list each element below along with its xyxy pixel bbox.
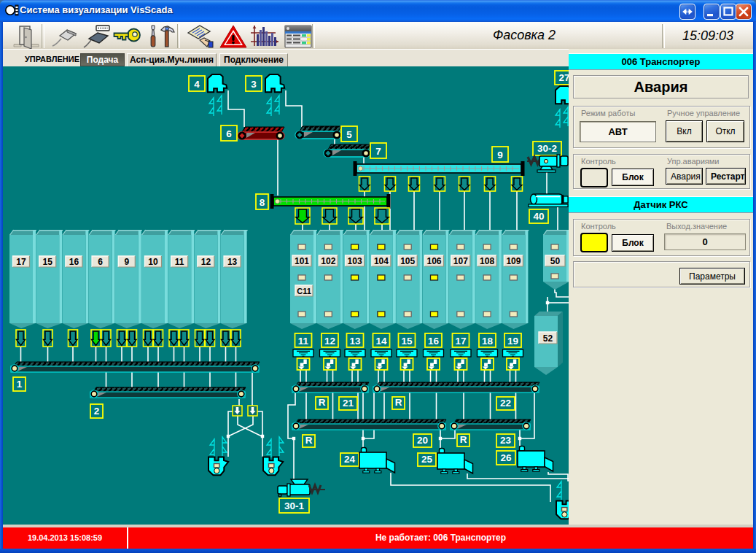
conveyor-7[interactable] [324,144,370,158]
svg-text:16: 16 [428,336,440,347]
alarm-button[interactable]: Авария [666,168,703,185]
white-flow-arrow[interactable] [233,406,242,416]
svg-text:4: 4 [194,79,200,90]
svg-text:13: 13 [349,336,361,347]
clock: 15:09:03 [665,28,751,44]
svg-text:2: 2 [94,406,100,417]
area-label: Фасовка 2 [440,28,608,43]
minimize-button[interactable] [704,4,720,20]
mode-value-box: АВТ [580,121,656,142]
svg-text:5: 5 [346,129,352,140]
sensor-block-button[interactable]: Блок [612,234,654,252]
alarm-state-box: Авария [573,75,749,98]
conveyor-2[interactable] [90,387,246,398]
svg-text:R: R [305,435,313,446]
block-button[interactable]: Блок [612,169,654,186]
tab-bar: УПРАВЛЕНИЕ Подача Асп-ция.Муч.линия Подк… [3,49,569,67]
svg-text:21: 21 [343,398,354,409]
data-table-icon[interactable] [283,24,313,49]
close-button[interactable] [736,4,752,20]
app-window: Система визуализации VisScada [0,0,756,553]
svg-text:1: 1 [17,379,23,390]
outlet-hopper[interactable] [556,501,569,519]
toolbar-separator [312,24,315,48]
svg-text:26: 26 [500,452,512,463]
window-border-left [0,22,3,549]
resize-button[interactable] [679,4,695,20]
tab-podacha[interactable]: Подача [80,53,125,66]
conveyor-22[interactable] [373,382,539,392]
svg-text:R: R [319,397,326,408]
toolbar: Фасовка 2 15:09:03 [3,22,753,50]
toolbar-separator [177,24,180,48]
maximize-button[interactable] [720,4,736,20]
group-sensor: Контроль Блок Выход.значение 0 [573,219,750,256]
fan-40[interactable] [529,194,568,207]
svg-text:17: 17 [16,257,26,267]
svg-text:30-2: 30-2 [537,143,557,154]
connector-device-icon[interactable] [82,24,112,49]
chart-trends-icon[interactable] [249,24,280,49]
svg-text:9: 9 [124,257,129,267]
svg-text:30-1: 30-1 [284,500,305,511]
svg-text:27: 27 [558,72,569,83]
svg-text:105: 105 [400,256,415,266]
mimic-canvas[interactable]: 1715166910111213101102103104105106107108… [3,66,569,525]
conveyor-21[interactable] [292,382,369,392]
svg-text:6: 6 [98,257,103,267]
silo-50[interactable]: 50 [543,230,569,290]
conveyor-23[interactable] [451,419,531,430]
svg-text:15: 15 [401,336,413,347]
svg-text:13: 13 [227,257,238,267]
status-datetime: 19.04.2013 15:08:59 [3,527,128,549]
alarm-warning-icon[interactable] [218,24,249,49]
sensor-control-label: Контроль [580,222,617,231]
conveyor-1[interactable] [11,362,260,372]
tools-icon[interactable] [146,24,176,49]
panel-header-sensor: Датчик РКС [569,196,753,213]
svg-text:52: 52 [543,333,553,344]
svg-text:11: 11 [175,257,184,267]
tab-aspiration[interactable]: Асп-ция.Муч.линия [127,53,217,66]
access-key-icon[interactable] [112,24,143,49]
svg-text:18: 18 [482,336,494,347]
alarms-mgmt-label: Упр.авариями [666,157,721,166]
svg-text:10: 10 [148,257,158,267]
connector-cable-icon[interactable] [50,24,80,49]
white-flow-arrow[interactable] [248,406,257,416]
window-border-right [753,22,756,549]
conveyor-5[interactable] [295,126,341,139]
silo-bank-left[interactable]: 1715166910111213 [9,230,248,328]
tab-connection[interactable]: Подключение [219,53,288,66]
intake-hopper-27[interactable] [556,86,569,104]
toolbar-separator [42,24,44,48]
silo-52[interactable]: 52 [534,312,563,375]
exit-door-icon[interactable] [11,24,42,49]
svg-text:11: 11 [298,336,309,347]
status-bar: 19.04.2013 15:08:59 Не работает: 006 Тра… [3,527,753,549]
restart-button[interactable]: Рестарт [706,168,746,185]
out-value-label: Выход.значение [665,222,728,231]
svg-text:12: 12 [201,257,211,267]
conveyor-6[interactable] [238,127,284,140]
svg-text:25: 25 [421,454,433,465]
window-border-bottom [0,549,756,553]
report-journal-icon[interactable] [185,24,216,49]
group-params: Параметры [573,261,750,287]
svg-text:108: 108 [480,256,494,266]
title-bar: Система визуализации VisScada [0,0,756,22]
on-button[interactable]: Вкл [666,120,703,142]
out-value-box: 0 [664,233,746,250]
manual-control-label: Ручное управление [666,109,741,117]
svg-text:20: 20 [417,435,428,446]
svg-text:104: 104 [374,256,389,266]
control-panel: 006 Транспортер Авария Режим работы АВТ … [569,49,753,525]
svg-text:15: 15 [43,257,53,267]
svg-text:109: 109 [506,256,521,266]
silo-bank-mid[interactable]: 101102103104105106107108109C11 [290,230,529,329]
params-button[interactable]: Параметры [679,268,745,285]
conveyor-20[interactable] [292,419,446,430]
svg-text:16: 16 [69,257,79,267]
svg-text:22: 22 [500,398,511,409]
off-button[interactable]: Откл [706,120,744,142]
